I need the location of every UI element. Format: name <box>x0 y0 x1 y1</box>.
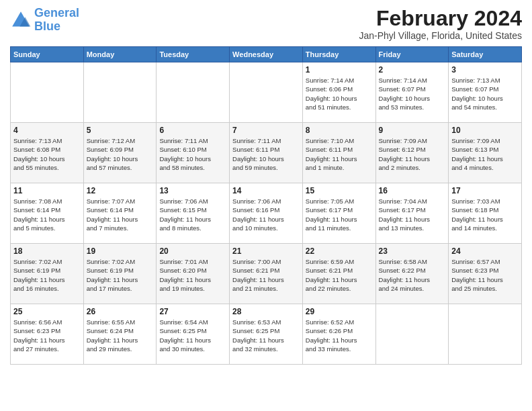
calendar-body: 1Sunrise: 7:14 AMSunset: 6:06 PMDaylight… <box>11 62 522 365</box>
calendar-cell: 3Sunrise: 7:13 AMSunset: 6:07 PMDaylight… <box>449 62 522 123</box>
weekday-header-wednesday: Wednesday <box>230 47 303 62</box>
weekday-row: SundayMondayTuesdayWednesdayThursdayFrid… <box>11 47 522 62</box>
weekday-header-monday: Monday <box>83 47 157 62</box>
day-number: 17 <box>451 186 519 195</box>
day-number: 21 <box>232 246 300 256</box>
calendar-cell: 17Sunrise: 7:03 AMSunset: 6:18 PMDayligh… <box>449 183 522 244</box>
day-info: Sunrise: 6:57 AMSunset: 6:23 PMDaylight:… <box>451 257 519 293</box>
day-info: Sunrise: 7:09 AMSunset: 6:13 PMDaylight:… <box>451 136 519 172</box>
day-number: 9 <box>379 126 446 135</box>
day-info: Sunrise: 7:09 AMSunset: 6:12 PMDaylight:… <box>379 136 446 172</box>
day-info: Sunrise: 7:14 AMSunset: 6:07 PMDaylight:… <box>379 76 446 111</box>
logo-line2: Blue <box>34 19 60 33</box>
day-info: Sunrise: 7:06 AMSunset: 6:15 PMDaylight:… <box>159 197 226 232</box>
header: General Blue February 2024 Jan-Phyl Vill… <box>10 7 522 41</box>
weekday-header-friday: Friday <box>375 47 449 62</box>
day-number: 18 <box>13 246 81 256</box>
calendar-cell: 7Sunrise: 7:11 AMSunset: 6:11 PMDaylight… <box>230 123 303 183</box>
calendar-cell <box>230 62 303 123</box>
day-info: Sunrise: 7:08 AMSunset: 6:14 PMDaylight:… <box>13 197 81 232</box>
day-info: Sunrise: 7:00 AMSunset: 6:21 PMDaylight:… <box>232 257 300 293</box>
day-number: 26 <box>87 307 154 316</box>
calendar-cell <box>157 62 230 123</box>
day-info: Sunrise: 7:13 AMSunset: 6:07 PMDaylight:… <box>451 76 519 111</box>
day-number: 14 <box>232 186 300 195</box>
day-number: 4 <box>13 126 81 135</box>
calendar-cell: 9Sunrise: 7:09 AMSunset: 6:12 PMDaylight… <box>375 123 449 183</box>
day-number: 8 <box>306 126 373 135</box>
day-info: Sunrise: 6:56 AMSunset: 6:23 PMDaylight:… <box>13 318 81 353</box>
calendar-cell: 27Sunrise: 6:54 AMSunset: 6:25 PMDayligh… <box>157 304 230 365</box>
calendar-cell <box>11 62 84 123</box>
day-number: 24 <box>451 246 519 256</box>
calendar-cell: 29Sunrise: 6:52 AMSunset: 6:26 PMDayligh… <box>302 304 375 365</box>
calendar-cell: 23Sunrise: 6:58 AMSunset: 6:22 PMDayligh… <box>375 244 449 304</box>
calendar-cell: 24Sunrise: 6:57 AMSunset: 6:23 PMDayligh… <box>449 244 522 304</box>
calendar-table: SundayMondayTuesdayWednesdayThursdayFrid… <box>10 46 522 365</box>
calendar-cell: 20Sunrise: 7:01 AMSunset: 6:20 PMDayligh… <box>157 244 230 304</box>
day-number: 10 <box>451 126 519 135</box>
day-number: 7 <box>232 126 300 135</box>
calendar-cell: 28Sunrise: 6:53 AMSunset: 6:25 PMDayligh… <box>230 304 303 365</box>
calendar-cell: 4Sunrise: 7:13 AMSunset: 6:08 PMDaylight… <box>11 123 84 183</box>
calendar-week-3: 11Sunrise: 7:08 AMSunset: 6:14 PMDayligh… <box>11 183 522 244</box>
calendar-cell: 8Sunrise: 7:10 AMSunset: 6:11 PMDaylight… <box>302 123 375 183</box>
day-number: 16 <box>379 186 446 195</box>
day-info: Sunrise: 7:02 AMSunset: 6:19 PMDaylight:… <box>13 257 81 293</box>
calendar-cell: 14Sunrise: 7:06 AMSunset: 6:16 PMDayligh… <box>230 183 303 244</box>
calendar-cell: 18Sunrise: 7:02 AMSunset: 6:19 PMDayligh… <box>11 244 84 304</box>
day-number: 11 <box>13 186 81 195</box>
day-info: Sunrise: 6:54 AMSunset: 6:25 PMDaylight:… <box>159 318 226 353</box>
day-info: Sunrise: 7:04 AMSunset: 6:17 PMDaylight:… <box>379 197 446 232</box>
day-number: 13 <box>159 186 226 195</box>
logo-line1: General <box>34 6 79 19</box>
day-info: Sunrise: 6:52 AMSunset: 6:26 PMDaylight:… <box>306 318 373 353</box>
logo-icon <box>10 9 32 31</box>
calendar-cell: 15Sunrise: 7:05 AMSunset: 6:17 PMDayligh… <box>302 183 375 244</box>
calendar-cell: 5Sunrise: 7:12 AMSunset: 6:09 PMDaylight… <box>83 123 157 183</box>
calendar-header: SundayMondayTuesdayWednesdayThursdayFrid… <box>11 47 522 62</box>
weekday-header-saturday: Saturday <box>449 47 522 62</box>
day-number: 5 <box>87 126 154 135</box>
day-info: Sunrise: 6:53 AMSunset: 6:25 PMDaylight:… <box>232 318 300 353</box>
day-info: Sunrise: 7:14 AMSunset: 6:06 PMDaylight:… <box>306 76 373 111</box>
day-number: 28 <box>232 307 300 316</box>
title-area: February 2024 Jan-Phyl Village, Florida,… <box>359 7 522 41</box>
calendar-cell: 26Sunrise: 6:55 AMSunset: 6:24 PMDayligh… <box>83 304 157 365</box>
calendar-cell: 2Sunrise: 7:14 AMSunset: 6:07 PMDaylight… <box>375 62 449 123</box>
day-info: Sunrise: 7:11 AMSunset: 6:11 PMDaylight:… <box>232 136 300 172</box>
day-info: Sunrise: 7:05 AMSunset: 6:17 PMDaylight:… <box>306 197 373 232</box>
day-number: 12 <box>87 186 154 195</box>
day-info: Sunrise: 7:02 AMSunset: 6:19 PMDaylight:… <box>87 257 154 293</box>
day-number: 23 <box>379 246 446 256</box>
day-number: 6 <box>159 126 226 135</box>
weekday-header-thursday: Thursday <box>302 47 375 62</box>
weekday-header-sunday: Sunday <box>11 47 84 62</box>
logo-text: General Blue <box>34 7 79 34</box>
calendar-cell: 21Sunrise: 7:00 AMSunset: 6:21 PMDayligh… <box>230 244 303 304</box>
day-number: 27 <box>159 307 226 316</box>
calendar-cell <box>375 304 449 365</box>
day-info: Sunrise: 7:07 AMSunset: 6:14 PMDaylight:… <box>87 197 154 232</box>
day-info: Sunrise: 7:11 AMSunset: 6:10 PMDaylight:… <box>159 136 226 172</box>
day-number: 3 <box>451 65 519 75</box>
calendar-cell: 22Sunrise: 6:59 AMSunset: 6:21 PMDayligh… <box>302 244 375 304</box>
calendar-cell: 12Sunrise: 7:07 AMSunset: 6:14 PMDayligh… <box>83 183 157 244</box>
day-number: 2 <box>379 65 446 75</box>
calendar-week-1: 1Sunrise: 7:14 AMSunset: 6:06 PMDaylight… <box>11 62 522 123</box>
calendar-cell <box>449 304 522 365</box>
calendar-cell <box>83 62 157 123</box>
day-info: Sunrise: 7:10 AMSunset: 6:11 PMDaylight:… <box>306 136 373 172</box>
day-number: 29 <box>306 307 373 316</box>
day-info: Sunrise: 7:01 AMSunset: 6:20 PMDaylight:… <box>159 257 226 293</box>
month-title: February 2024 <box>359 7 522 30</box>
day-number: 1 <box>306 65 373 75</box>
calendar-cell: 1Sunrise: 7:14 AMSunset: 6:06 PMDaylight… <box>302 62 375 123</box>
day-number: 22 <box>306 246 373 256</box>
day-info: Sunrise: 7:13 AMSunset: 6:08 PMDaylight:… <box>13 136 81 172</box>
location-title: Jan-Phyl Village, Florida, United States <box>359 30 522 41</box>
day-info: Sunrise: 6:59 AMSunset: 6:21 PMDaylight:… <box>306 257 373 293</box>
calendar-week-2: 4Sunrise: 7:13 AMSunset: 6:08 PMDaylight… <box>11 123 522 183</box>
day-info: Sunrise: 7:06 AMSunset: 6:16 PMDaylight:… <box>232 197 300 232</box>
calendar-cell: 11Sunrise: 7:08 AMSunset: 6:14 PMDayligh… <box>11 183 84 244</box>
